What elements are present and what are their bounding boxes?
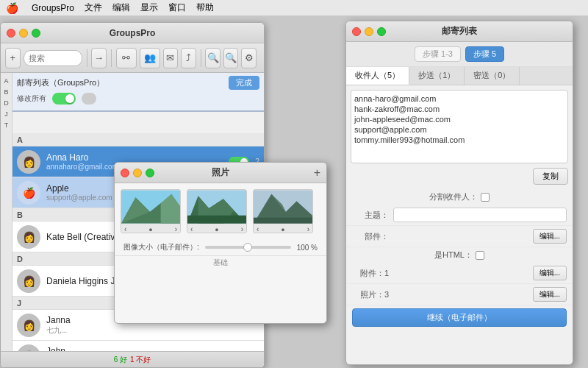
photos-min-button[interactable] — [133, 169, 142, 177]
is-html-checkbox[interactable] — [476, 251, 484, 260]
modify-all-row: 修改所有 — [17, 93, 259, 105]
subject-input[interactable] — [393, 208, 567, 222]
new-contact-button[interactable]: + — [5, 48, 21, 68]
photos-add-button[interactable]: + — [314, 166, 320, 180]
photo-controls-1: ‹ ● › — [121, 224, 180, 233]
traffic-lights — [7, 29, 40, 38]
index-d[interactable]: D — [4, 98, 9, 108]
subject-label: 主题： — [352, 210, 389, 221]
split-recipients-row: 分割收件人： — [346, 189, 573, 205]
zoom-in-button[interactable]: 🔍 — [205, 48, 220, 68]
group-item: 👥 — [140, 48, 160, 68]
tab-recipients[interactable]: 收件人（5） — [346, 67, 409, 85]
toolbar-separator-2 — [111, 49, 112, 67]
photo-next-2[interactable]: › — [241, 225, 243, 233]
status-bar: 6 好 1 不好 — [1, 351, 264, 367]
photo-img-1 — [121, 190, 180, 224]
size-value: 100 % — [297, 244, 318, 252]
apple-menu[interactable]: 🍎 — [6, 2, 18, 14]
index-b[interactable]: B — [4, 87, 8, 97]
zoom-out-button[interactable]: 🔍 — [223, 48, 239, 68]
index-j[interactable]: J — [4, 109, 8, 119]
body-edit-button[interactable]: 编辑... — [533, 229, 567, 244]
compose-steps: 步骤 1-3 步骤 5 — [346, 42, 573, 67]
app-menu-item[interactable]: GroupsPro — [32, 3, 74, 13]
photos-slider-area: 图像大小（电子邮件）: 100 % — [115, 239, 326, 255]
photo-prev-3[interactable]: ‹ — [257, 225, 259, 233]
body-row: 部件： 编辑... — [346, 226, 573, 247]
continue-button[interactable]: 继续（电子邮件） — [352, 308, 567, 327]
avatar-apple: 🍎 — [17, 181, 40, 205]
compose-titlebar: 邮寄列表 — [346, 21, 573, 42]
step2-button[interactable]: 步骤 5 — [465, 46, 504, 62]
photo-prev-2[interactable]: ‹ — [190, 225, 193, 233]
index-a[interactable]: A — [4, 76, 8, 86]
view-menu-item[interactable]: 显示 — [140, 1, 158, 14]
photos-max-button[interactable] — [146, 169, 154, 177]
body-label: 部件： — [352, 231, 389, 242]
group-button[interactable]: 👥 — [140, 48, 160, 68]
recipient-5: tommy.miller993@hotmail.com — [354, 135, 564, 145]
mail-list-panel: 邮寄列表（GroupsPro） 完成 修改所有 — [12, 73, 264, 112]
photos-window-title: 照片 — [212, 166, 229, 179]
photos-edit-button[interactable]: 编辑... — [533, 287, 567, 302]
mail-list-title: 邮寄列表（GroupsPro） — [17, 77, 104, 88]
export-button[interactable]: ⤴ — [181, 48, 196, 68]
minimize-button[interactable] — [19, 29, 28, 38]
attachment-row: 附件：1 编辑... — [346, 263, 573, 284]
mail-list-header: 邮寄列表（GroupsPro） 完成 — [17, 76, 259, 90]
avatar-anna: 👩 — [17, 150, 40, 174]
file-menu-item[interactable]: 文件 — [85, 1, 102, 14]
compose-min-button[interactable] — [365, 27, 373, 36]
tab-bcc[interactable]: 密送（0） — [465, 67, 520, 85]
compose-window-title: 邮寄列表 — [442, 25, 477, 38]
photo-next-3[interactable]: › — [307, 225, 309, 233]
close-button[interactable] — [7, 29, 15, 38]
avatar-kate: 👩 — [17, 225, 40, 249]
filter-button[interactable]: ⚯ — [116, 48, 137, 68]
step1-button[interactable]: 步骤 1-3 — [415, 46, 461, 62]
photo-img-2 — [187, 190, 246, 224]
tab-cc[interactable]: 抄送（1） — [409, 67, 465, 85]
photo-prev-1[interactable]: ‹ — [124, 225, 126, 233]
import-button[interactable]: → — [91, 48, 107, 68]
section-header-a: A — [12, 133, 264, 146]
mail-list-button[interactable]: ✉ — [163, 48, 179, 68]
photo-thumb-3: ‹ ● › — [253, 189, 313, 233]
svg-rect-7 — [187, 216, 246, 224]
index-t[interactable]: T — [4, 120, 9, 130]
photos-close-button[interactable] — [121, 169, 129, 177]
compose-close-button[interactable] — [352, 27, 361, 36]
search-input[interactable] — [24, 50, 82, 66]
photos-content: ‹ ● › ‹ ● › — [115, 183, 326, 239]
compose-max-button[interactable] — [377, 27, 386, 36]
status-good: 6 好 — [114, 355, 127, 365]
photos-titlebar: 照片 + — [115, 163, 326, 183]
copy-button[interactable]: 复制 — [533, 168, 568, 185]
photo-controls-2: ‹ ● › — [187, 224, 246, 233]
subject-row: 主题： — [346, 205, 573, 226]
photo-thumb-1: ‹ ● › — [121, 189, 181, 233]
size-slider[interactable] — [205, 246, 291, 249]
modify-all-label: 修改所有 — [17, 93, 46, 104]
window-menu-item[interactable]: 窗口 — [168, 1, 186, 14]
photo-img-3 — [254, 190, 312, 224]
photo-next-1[interactable]: › — [175, 225, 177, 233]
status-bad: 1 不好 — [130, 355, 151, 365]
maximize-button[interactable] — [32, 29, 40, 38]
modify-all-toggle[interactable] — [52, 93, 76, 105]
compose-tabs: 收件人（5） 抄送（1） 密送（0） — [346, 67, 573, 85]
photos-label: 照片：3 — [352, 289, 389, 300]
done-button[interactable]: 完成 — [229, 76, 259, 90]
toggle-off — [82, 93, 96, 105]
slider-thumb — [243, 243, 252, 252]
help-menu-item[interactable]: 帮助 — [196, 1, 214, 14]
attachment-edit-button[interactable]: 编辑... — [533, 266, 567, 280]
menubar: 🍎 GroupsPro 文件 编辑 显示 窗口 帮助 — [0, 0, 588, 16]
settings-button[interactable]: ⚙ — [241, 48, 257, 68]
copy-row: 复制 — [346, 168, 573, 189]
edit-menu-item[interactable]: 编辑 — [112, 1, 130, 14]
is-html-label: 是HTML： — [434, 250, 473, 261]
photos-window: 照片 + ‹ ● › — [114, 162, 327, 324]
split-recipients-checkbox[interactable] — [481, 193, 490, 202]
